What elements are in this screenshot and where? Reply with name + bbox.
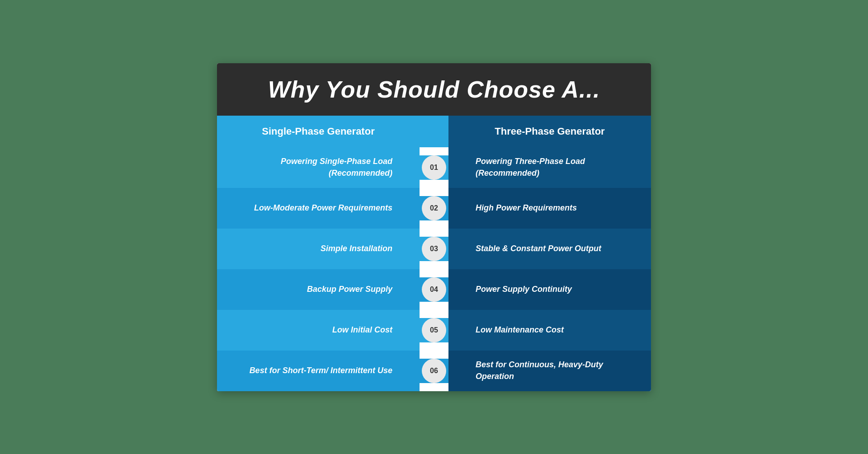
right-cell: Stable & Constant Power Output <box>448 229 651 269</box>
left-cell: Low Initial Cost <box>217 310 420 351</box>
comparison-row: Best for Short-Term/ Intermittent Use 06… <box>217 351 651 391</box>
left-cell: Powering Single-Phase Load (Recommended) <box>217 147 420 188</box>
right-cell-text: Power Supply Continuity <box>476 284 572 295</box>
header-spacer <box>420 116 448 147</box>
number-circle: 01 <box>422 155 446 180</box>
comparison-row: Backup Power Supply 04 Power Supply Cont… <box>217 269 651 310</box>
number-circle: 05 <box>422 318 446 342</box>
left-cell: Backup Power Supply <box>217 269 420 310</box>
number-circle: 04 <box>422 277 446 302</box>
comparison-row: Low-Moderate Power Requirements 02 High … <box>217 188 651 229</box>
number-circle: 03 <box>422 237 446 261</box>
number-circle: 06 <box>422 359 446 383</box>
left-cell-text: Low Initial Cost <box>332 324 392 336</box>
right-cell: Best for Continuous, Heavy-Duty Operatio… <box>448 351 651 391</box>
right-cell-text: Stable & Constant Power Output <box>476 243 601 254</box>
comparison-card: Why You Should Choose A... Single-Phase … <box>217 63 651 391</box>
columns-wrapper: Single-Phase Generator Three-Phase Gener… <box>217 116 651 391</box>
right-cell: Power Supply Continuity <box>448 269 651 310</box>
right-cell-text: Powering Three-Phase Load (Recommended) <box>476 156 637 178</box>
main-title: Why You Should Choose A... <box>235 76 633 103</box>
number-column: 06 <box>420 359 448 383</box>
right-cell: High Power Requirements <box>448 188 651 229</box>
column-headers: Single-Phase Generator Three-Phase Gener… <box>217 116 651 147</box>
right-cell-text: High Power Requirements <box>476 202 577 214</box>
number-column: 04 <box>420 277 448 302</box>
left-cell-text: Best for Short-Term/ Intermittent Use <box>250 365 392 376</box>
number-column: 05 <box>420 318 448 342</box>
left-cell: Low-Moderate Power Requirements <box>217 188 420 229</box>
left-cell-text: Backup Power Supply <box>307 284 392 295</box>
right-column-header: Three-Phase Generator <box>448 116 651 147</box>
number-column: 03 <box>420 237 448 261</box>
left-cell-text: Low-Moderate Power Requirements <box>254 202 392 214</box>
left-column-header: Single-Phase Generator <box>217 116 420 147</box>
comparison-row: Simple Installation 03 Stable & Constant… <box>217 229 651 269</box>
left-cell-text: Powering Single-Phase Load (Recommended) <box>231 156 392 178</box>
right-cell: Powering Three-Phase Load (Recommended) <box>448 147 651 188</box>
comparison-row: Low Initial Cost 05 Low Maintenance Cost <box>217 310 651 351</box>
rows-container: Powering Single-Phase Load (Recommended)… <box>217 147 651 391</box>
left-cell-text: Simple Installation <box>321 243 392 254</box>
number-column: 01 <box>420 155 448 180</box>
comparison-row: Powering Single-Phase Load (Recommended)… <box>217 147 651 188</box>
card-header: Why You Should Choose A... <box>217 63 651 116</box>
right-cell: Low Maintenance Cost <box>448 310 651 351</box>
number-column: 02 <box>420 196 448 220</box>
left-cell: Best for Short-Term/ Intermittent Use <box>217 351 420 391</box>
left-cell: Simple Installation <box>217 229 420 269</box>
number-circle: 02 <box>422 196 446 220</box>
right-cell-text: Best for Continuous, Heavy-Duty Operatio… <box>476 359 637 382</box>
right-cell-text: Low Maintenance Cost <box>476 324 564 336</box>
